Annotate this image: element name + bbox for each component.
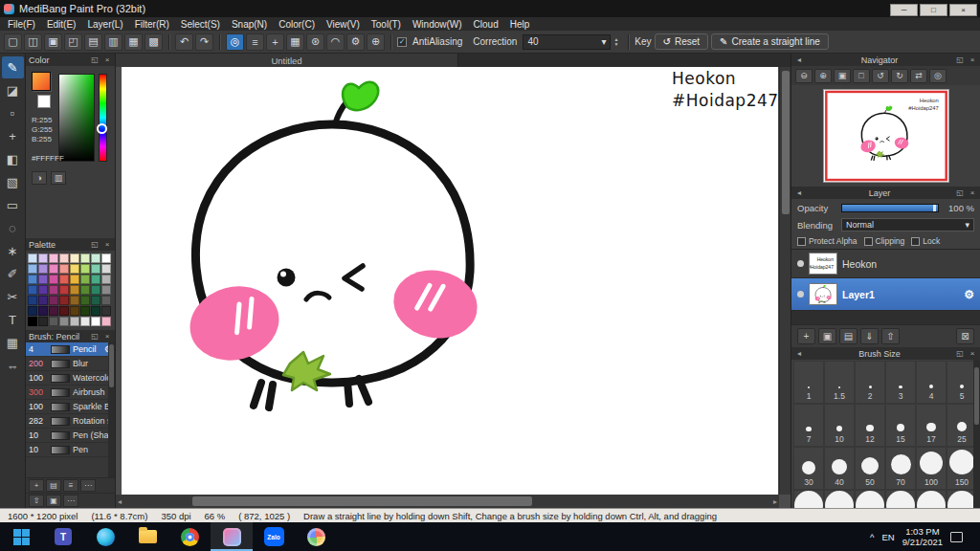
palette-swatch[interactable] [70,264,79,274]
reset-button[interactable]: ↺ Reset [655,33,709,50]
blending-select[interactable]: Normal ▾ [841,218,974,231]
close-icon[interactable]: × [102,332,112,341]
language-indicator[interactable]: EN [882,532,895,542]
close-icon[interactable]: × [968,349,977,358]
menu-layerl[interactable]: Layer(L) [81,17,128,31]
save-icon[interactable]: ▣ [44,33,62,51]
copy-icon[interactable]: ▤ [84,33,102,51]
snap-off-icon[interactable]: ◎ [226,33,244,51]
brush-item-pencil[interactable]: 4Pencil⚙ [26,342,115,357]
navigator-thumbnail[interactable]: Heokon #Hoidap247 [823,89,949,183]
vertical-scrollbar[interactable] [779,67,791,495]
palette-swatch[interactable] [38,253,48,263]
gradient-tool[interactable]: ▧ [2,171,24,193]
brush-size-cell[interactable]: 4 [916,361,947,404]
brush-item-sparkleb[interactable]: 100Sparkle B [26,400,115,414]
palette-swatch[interactable] [101,264,111,274]
snap-add-icon[interactable]: ⊕ [367,33,385,51]
hue-bar[interactable] [99,74,107,162]
start-button[interactable] [0,522,42,551]
menu-toolt[interactable]: Tool(T) [366,17,407,31]
palette-swatch[interactable] [28,296,37,305]
palette-swatch[interactable] [49,253,58,263]
magic-wand-tool[interactable]: ∗ [2,240,24,262]
scroll-right-icon[interactable]: ▸ [773,497,777,506]
palette-swatch[interactable] [80,275,90,284]
palette-swatch[interactable] [49,285,58,295]
palette-swatch[interactable] [91,296,100,305]
palette-swatch[interactable] [101,296,111,305]
move-tool[interactable]: + [2,125,24,147]
close-icon[interactable]: × [968,188,977,197]
add-brush-icon[interactable]: + [29,479,44,492]
scroll-left-icon[interactable]: ◂ [118,497,122,506]
brush-size-cell[interactable]: 70 [885,447,916,490]
canvas[interactable]: Heokon #Hoidap247 [122,67,778,495]
menu-help[interactable]: Help [504,17,536,31]
lasso-tool[interactable]: ◌ [2,217,24,239]
layer-visibility-toggle[interactable] [797,291,804,298]
taskbar-paint-icon[interactable] [295,522,337,551]
popout-icon[interactable]: ◱ [955,55,965,64]
clipping-checkbox[interactable] [864,237,873,246]
palette-swatch[interactable] [38,317,48,326]
palette-swatch[interactable] [49,275,58,284]
opacity-slider[interactable] [841,204,939,212]
duplicate-layer-button[interactable]: ▣ [818,328,836,344]
hand-tool[interactable]: ⇔ [2,355,24,377]
palette-swatch[interactable] [91,306,100,316]
palette-swatch[interactable] [28,275,37,284]
create-straight-line-button[interactable]: ✎ Create a straight line [711,33,829,50]
menu-snapn[interactable]: Snap(N) [226,17,273,31]
paste-icon[interactable]: ▥ [104,33,122,51]
eraser-tool[interactable]: ◪ [2,79,24,101]
palette-swatch[interactable] [91,285,100,295]
popout-icon[interactable]: ◱ [955,188,965,197]
merge-down-button[interactable]: ⇓ [860,328,879,344]
menu-selects[interactable]: Select(S) [175,17,226,31]
palette-swatch[interactable] [91,275,100,284]
palette-swatch[interactable] [38,296,48,305]
action-center-icon[interactable] [950,532,963,542]
reset-view-icon[interactable]: ◎ [929,69,947,83]
brush-more-icon[interactable]: ⋯ [80,479,96,492]
palette-swatch[interactable] [28,285,37,295]
layer-row-heokon[interactable]: Heokon #Hoidap247 Heokon [791,250,980,278]
brush-size-cell[interactable] [855,490,885,508]
close-button[interactable]: × [949,4,977,16]
radial-snap-icon[interactable]: ⊛ [306,33,324,51]
cross-snap-icon[interactable]: + [266,33,284,51]
brush-size-cell[interactable]: 1 [793,361,824,404]
flip-horizontal-icon[interactable]: ⇄ [910,69,927,83]
vertical-scroll-thumb[interactable] [782,71,790,214]
palette-swatch[interactable] [70,317,79,326]
palette-swatch[interactable] [80,317,90,326]
secondary-color-swatch[interactable] [37,95,51,108]
workspace-icon[interactable]: ▣ [46,495,61,507]
palette-swatch[interactable] [70,253,79,263]
layer-settings-icon[interactable]: ⚙ [964,288,974,301]
dot-tool[interactable]: ▫ [2,102,24,124]
palette-swatch[interactable] [28,264,37,274]
maximize-button[interactable]: □ [920,4,947,16]
grid-view-icon[interactable]: ▦ [124,33,143,51]
brush-size-cell[interactable]: 100 [916,447,947,490]
brush-item-blur[interactable]: 200Blur [26,357,115,371]
collapse-icon[interactable]: ◂ [794,188,804,197]
taskbar-clock[interactable]: 1:03 PM 9/21/2021 [902,526,943,548]
palette-swatch[interactable] [28,317,37,326]
brush-size-cell[interactable]: 17 [916,404,947,447]
brush-size-cell[interactable]: 10 [824,404,855,447]
brush-size-cell[interactable]: 15 [885,404,916,447]
rotate-ccw-icon[interactable]: ↺ [872,69,889,83]
taskbar-medibang-icon[interactable] [211,522,253,551]
dock-panel-icon[interactable]: ⇧ [29,495,44,507]
brush-size-cell[interactable]: 30 [793,447,824,490]
palette-swatch[interactable] [91,264,100,274]
zoom-out-icon[interactable]: ⊖ [795,69,813,83]
palette-swatch[interactable] [38,306,48,316]
palette-swatch[interactable] [49,317,58,326]
select-pen-tool[interactable]: ✐ [2,263,24,285]
palette-swatch[interactable] [101,275,111,284]
palette-swatch[interactable] [59,317,69,326]
